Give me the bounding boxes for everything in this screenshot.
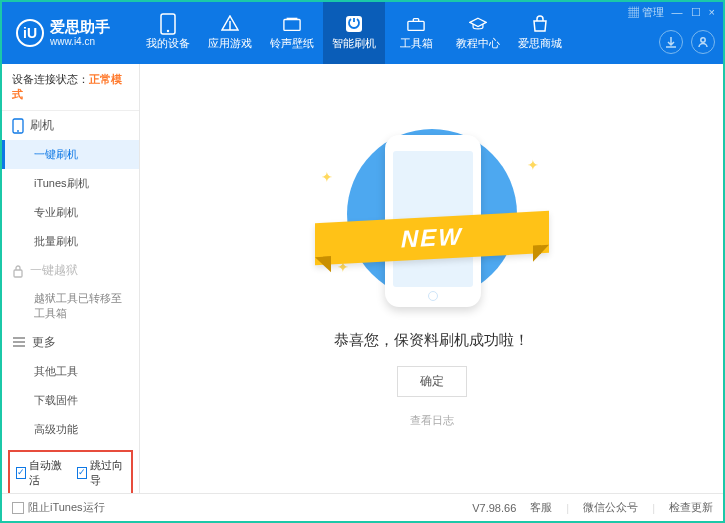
svg-rect-2 <box>284 20 300 31</box>
success-message: 恭喜您，保资料刷机成功啦！ <box>334 331 529 350</box>
svg-point-7 <box>17 130 19 132</box>
section-flash[interactable]: 刷机 <box>2 111 139 140</box>
status-label: 设备连接状态： <box>12 73 89 85</box>
support-link[interactable]: 客服 <box>530 500 552 515</box>
check-icon: ✓ <box>16 467 26 479</box>
tab-toolbox[interactable]: 工具箱 <box>385 2 447 64</box>
logo-area: iU 爱思助手 www.i4.cn <box>2 19 137 47</box>
svg-point-1 <box>167 30 169 32</box>
separator: | <box>652 502 655 514</box>
sidebar-item-itunes[interactable]: iTunes刷机 <box>2 169 139 198</box>
minimize-button[interactable]: — <box>672 6 683 18</box>
apps-icon <box>221 15 239 33</box>
tab-label: 铃声壁纸 <box>270 36 314 51</box>
tab-label: 我的设备 <box>146 36 190 51</box>
tab-label: 智能刷机 <box>332 36 376 51</box>
illus-home-button <box>428 291 438 301</box>
footer-right: V7.98.66 客服 | 微信公众号 | 检查更新 <box>472 500 713 515</box>
tab-wallpaper[interactable]: 铃声壁纸 <box>261 2 323 64</box>
options-highlight: ✓ 自动激活 ✓ 跳过向导 <box>8 450 133 493</box>
sparkle-icon: ✦ <box>527 157 539 173</box>
check-update-link[interactable]: 检查更新 <box>669 500 713 515</box>
main-content: ✦ ✦ ✦ NEW 恭喜您，保资料刷机成功啦！ 确定 查看日志 <box>140 64 723 493</box>
more-icon <box>12 337 26 347</box>
window-controls: ▦ 管理 — ☐ × <box>620 2 724 22</box>
more-items: 其他工具 下载固件 高级功能 <box>2 357 139 444</box>
tab-my-device[interactable]: 我的设备 <box>137 2 199 64</box>
sidebar-item-advanced[interactable]: 高级功能 <box>2 415 139 444</box>
body: 设备连接状态：正常模式 刷机 一键刷机 iTunes刷机 专业刷机 批量刷机 一… <box>2 64 723 493</box>
section-title: 更多 <box>32 334 56 351</box>
view-log-link[interactable]: 查看日志 <box>410 413 454 428</box>
tab-flash[interactable]: 智能刷机 <box>323 2 385 64</box>
education-icon <box>469 15 487 33</box>
ribbon-text: NEW <box>401 222 463 253</box>
sidebar-item-oneclick[interactable]: 一键刷机 <box>2 140 139 169</box>
sidebar-item-download-fw[interactable]: 下载固件 <box>2 386 139 415</box>
flash-items: 一键刷机 iTunes刷机 专业刷机 批量刷机 <box>2 140 139 256</box>
section-more[interactable]: 更多 <box>2 328 139 357</box>
header-actions <box>659 30 715 54</box>
app-window: iU 爱思助手 www.i4.cn 我的设备 应用游戏 铃声壁纸 智能刷机 <box>0 0 725 523</box>
checkbox-auto-activate[interactable]: ✓ 自动激活 <box>16 458 65 488</box>
section-jailbreak[interactable]: 一键越狱 <box>2 256 139 285</box>
sidebar: 设备连接状态：正常模式 刷机 一键刷机 iTunes刷机 专业刷机 批量刷机 一… <box>2 64 140 493</box>
jailbreak-note: 越狱工具已转移至工具箱 <box>2 285 139 328</box>
tab-tutorials[interactable]: 教程中心 <box>447 2 509 64</box>
checkbox-block-itunes[interactable]: 阻止iTunes运行 <box>12 500 105 515</box>
tab-label: 教程中心 <box>456 36 500 51</box>
checkbox-label: 阻止iTunes运行 <box>28 500 105 515</box>
check-icon: ✓ <box>77 467 87 479</box>
tab-label: 工具箱 <box>400 36 433 51</box>
checkbox-skip-guide[interactable]: ✓ 跳过向导 <box>77 458 126 488</box>
maximize-button[interactable]: ☐ <box>691 6 701 19</box>
download-button[interactable] <box>659 30 683 54</box>
svg-rect-4 <box>408 21 424 30</box>
tab-label: 爱思商城 <box>518 36 562 51</box>
sidebar-item-batch[interactable]: 批量刷机 <box>2 227 139 256</box>
logo-text: 爱思助手 www.i4.cn <box>50 19 110 47</box>
device-icon <box>159 15 177 33</box>
tab-label: 应用游戏 <box>208 36 252 51</box>
footer: 阻止iTunes运行 V7.98.66 客服 | 微信公众号 | 检查更新 <box>2 493 723 521</box>
checkbox-icon <box>12 502 24 514</box>
lock-icon <box>12 264 24 278</box>
app-title: 爱思助手 <box>50 19 110 36</box>
tab-apps[interactable]: 应用游戏 <box>199 2 261 64</box>
connection-status: 设备连接状态：正常模式 <box>2 64 139 111</box>
wechat-link[interactable]: 微信公众号 <box>583 500 638 515</box>
user-button[interactable] <box>691 30 715 54</box>
app-url: www.i4.cn <box>50 36 110 47</box>
sidebar-item-pro[interactable]: 专业刷机 <box>2 198 139 227</box>
header: iU 爱思助手 www.i4.cn 我的设备 应用游戏 铃声壁纸 智能刷机 <box>2 2 723 64</box>
theme-button[interactable]: ▦ 管理 <box>628 5 664 20</box>
checkbox-label: 跳过向导 <box>90 458 125 488</box>
close-button[interactable]: × <box>709 6 715 18</box>
wallpaper-icon <box>283 15 301 33</box>
logo-icon: iU <box>16 19 44 47</box>
section-title: 一键越狱 <box>30 262 78 279</box>
shop-icon <box>531 15 549 33</box>
phone-icon <box>12 118 24 134</box>
svg-point-5 <box>701 38 705 42</box>
toolbox-icon <box>407 15 425 33</box>
footer-left: 阻止iTunes运行 <box>12 500 105 515</box>
section-title: 刷机 <box>30 117 54 134</box>
svg-rect-8 <box>14 270 22 277</box>
ok-button[interactable]: 确定 <box>397 366 467 397</box>
version-label: V7.98.66 <box>472 502 516 514</box>
sparkle-icon: ✦ <box>321 169 333 185</box>
success-illustration: ✦ ✦ ✦ NEW <box>327 129 537 309</box>
nav-tabs: 我的设备 应用游戏 铃声壁纸 智能刷机 工具箱 教程中心 <box>137 2 571 64</box>
sidebar-item-other-tools[interactable]: 其他工具 <box>2 357 139 386</box>
separator: | <box>566 502 569 514</box>
flash-icon <box>345 15 363 33</box>
checkbox-label: 自动激活 <box>29 458 64 488</box>
tab-shop[interactable]: 爱思商城 <box>509 2 571 64</box>
